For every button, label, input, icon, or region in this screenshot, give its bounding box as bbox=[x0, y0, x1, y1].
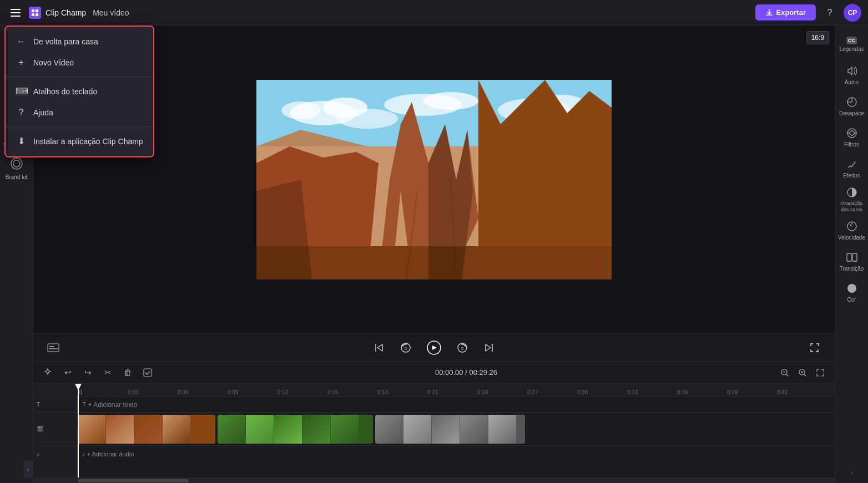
right-sidebar-collapse-button[interactable]: › bbox=[851, 469, 853, 479]
ruler-tick-18: 0:18 bbox=[377, 389, 388, 395]
hamburger-button[interactable] bbox=[7, 4, 24, 22]
fullscreen-button[interactable] bbox=[806, 339, 824, 357]
right-sidebar-item-filters[interactable]: Filtros bbox=[837, 123, 866, 152]
topbar-right: Exportar ? CP bbox=[755, 3, 868, 22]
svg-text:5: 5 bbox=[461, 346, 464, 351]
svg-rect-16 bbox=[13, 160, 20, 167]
sidebar-item-brand-kit[interactable]: Brand kit bbox=[2, 154, 31, 183]
color-grade-icon bbox=[846, 187, 857, 199]
clip-segment-1[interactable] bbox=[78, 415, 215, 444]
ruler-tick-0: 0 bbox=[79, 389, 82, 395]
project-title: Meu vídeo bbox=[93, 8, 129, 17]
avatar-button[interactable]: CP bbox=[844, 4, 861, 22]
clip-thumb-2c bbox=[274, 415, 302, 444]
right-sidebar-item-speed[interactable]: Velocidade bbox=[837, 216, 866, 245]
speed-label: Velocidade bbox=[838, 235, 865, 241]
right-sidebar-item-color-grade[interactable]: Gradação das cores bbox=[837, 185, 866, 214]
ruler-tick-15: 0:15 bbox=[327, 389, 338, 395]
help-button[interactable]: ? bbox=[820, 3, 839, 22]
right-sidebar-item-audio[interactable]: Áudio bbox=[837, 61, 866, 90]
timeline-content: 0 0:03 0:06 0:09 0:12 0:15 0:18 0:21 0:2… bbox=[33, 384, 835, 477]
menu-item-shortcuts[interactable]: ⌨ Atalhos do teclado bbox=[6, 80, 153, 102]
timeline-scrollbar[interactable] bbox=[33, 477, 835, 483]
right-sidebar-item-transition[interactable]: Transição bbox=[837, 247, 866, 276]
clip-thumb-2d bbox=[302, 415, 330, 444]
svg-rect-5 bbox=[32, 13, 34, 16]
sidebar-expand-button[interactable]: › bbox=[24, 461, 33, 479]
export-label: Exportar bbox=[776, 8, 806, 17]
time-display: 00:00.00 / 00:29.26 bbox=[435, 368, 497, 377]
svg-rect-4 bbox=[36, 9, 38, 12]
clip-thumb-1d bbox=[163, 415, 190, 444]
help-circle-icon: ? bbox=[16, 108, 27, 118]
ruler-tick-33: 0:33 bbox=[627, 389, 638, 395]
ruler-tick-42: 0:42 bbox=[777, 389, 788, 395]
text-track-label-side: T bbox=[33, 397, 77, 413]
svg-rect-2 bbox=[11, 16, 21, 17]
scrollbar-thumb[interactable] bbox=[78, 479, 189, 482]
menu-item-help[interactable]: ? Ajuda bbox=[6, 102, 153, 123]
topbar: Clip Champ Meu vídeo Exportar ? CP bbox=[0, 0, 868, 26]
back-icon: ← bbox=[16, 37, 27, 47]
text-track[interactable]: T + Adicionar texto bbox=[78, 397, 835, 413]
clip-thumb-1a bbox=[78, 415, 105, 444]
cut-button[interactable]: ✂ bbox=[100, 365, 115, 380]
svg-point-22 bbox=[423, 92, 478, 110]
right-sidebar-item-captions[interactable]: CC Legendas bbox=[837, 30, 866, 59]
undo-button[interactable]: ↩ bbox=[60, 365, 75, 380]
desapace-icon bbox=[846, 96, 857, 109]
save-clip-button[interactable] bbox=[140, 365, 155, 380]
video-track bbox=[78, 413, 835, 446]
audio-track[interactable]: ♪ + Adicionar áudio bbox=[78, 446, 835, 462]
ruler-ticks: 0 0:03 0:06 0:09 0:12 0:15 0:18 0:21 0:2… bbox=[78, 384, 835, 397]
color-label: Cor bbox=[847, 297, 856, 303]
fast-forward-button[interactable]: 5 bbox=[453, 339, 471, 357]
aspect-ratio-button[interactable]: 16:9 bbox=[806, 31, 829, 44]
zoom-out-button[interactable] bbox=[777, 365, 793, 380]
clip-thumb-3e bbox=[488, 415, 516, 444]
right-sidebar-item-desapace[interactable]: Desapace bbox=[837, 92, 866, 121]
clip-fill-1 bbox=[191, 415, 215, 444]
zoom-in-button[interactable] bbox=[795, 365, 810, 380]
clip-thumb-1b bbox=[106, 415, 134, 444]
svg-rect-59 bbox=[847, 253, 851, 261]
svg-text:5: 5 bbox=[405, 346, 407, 351]
timeline-magic-button[interactable] bbox=[40, 365, 55, 380]
ruler-tick-9: 0:09 bbox=[228, 389, 238, 395]
audio-track-label-side: ♪ bbox=[33, 446, 77, 462]
menu-item-install[interactable]: ⬇ Instalar a aplicação Clip Champ bbox=[6, 130, 153, 152]
playback-controls: 5 5 bbox=[33, 333, 835, 361]
right-sidebar-item-color[interactable]: Cor bbox=[837, 278, 866, 307]
app-icon bbox=[29, 7, 41, 19]
svg-rect-44 bbox=[144, 369, 152, 377]
rewind-button[interactable]: 5 bbox=[397, 339, 415, 357]
svg-rect-3 bbox=[32, 9, 34, 12]
subtitle-button[interactable] bbox=[44, 339, 62, 357]
ruler-tick-12: 0:12 bbox=[277, 389, 288, 395]
menu-item-home[interactable]: ← De volta para casa bbox=[6, 31, 153, 52]
skip-forward-button[interactable] bbox=[480, 339, 498, 357]
ruler-tick-21: 0:21 bbox=[427, 389, 438, 395]
captions-icon: CC bbox=[846, 37, 857, 44]
svg-rect-15 bbox=[11, 158, 22, 169]
right-sidebar-item-effects[interactable]: Efeitos bbox=[837, 154, 866, 183]
timeline-toolbar: ↩ ↪ ✂ 🗑 00:00.00 / 00:29.26 bbox=[33, 362, 835, 384]
brand-kit-icon bbox=[11, 157, 23, 172]
ruler-tick-27: 0:27 bbox=[527, 389, 538, 395]
skip-back-button[interactable] bbox=[370, 339, 388, 357]
menu-divider-2 bbox=[6, 126, 153, 127]
redo-button[interactable]: ↪ bbox=[80, 365, 95, 380]
svg-point-20 bbox=[281, 101, 320, 119]
ruler-tick-36: 0:36 bbox=[677, 389, 688, 395]
clip-thumb-3d bbox=[460, 415, 488, 444]
delete-button[interactable]: 🗑 bbox=[120, 365, 135, 380]
clip-segment-2[interactable] bbox=[218, 415, 373, 444]
export-button[interactable]: Exportar bbox=[755, 4, 816, 21]
desapace-label: Desapace bbox=[839, 110, 864, 116]
play-button[interactable] bbox=[423, 337, 445, 358]
fit-timeline-button[interactable] bbox=[813, 365, 828, 380]
clip-segment-3[interactable] bbox=[375, 415, 525, 444]
menu-item-new-video[interactable]: + Novo Vídeo bbox=[6, 52, 153, 73]
app-title: Clip Champ bbox=[46, 8, 86, 17]
clip-fill-3 bbox=[517, 415, 525, 444]
